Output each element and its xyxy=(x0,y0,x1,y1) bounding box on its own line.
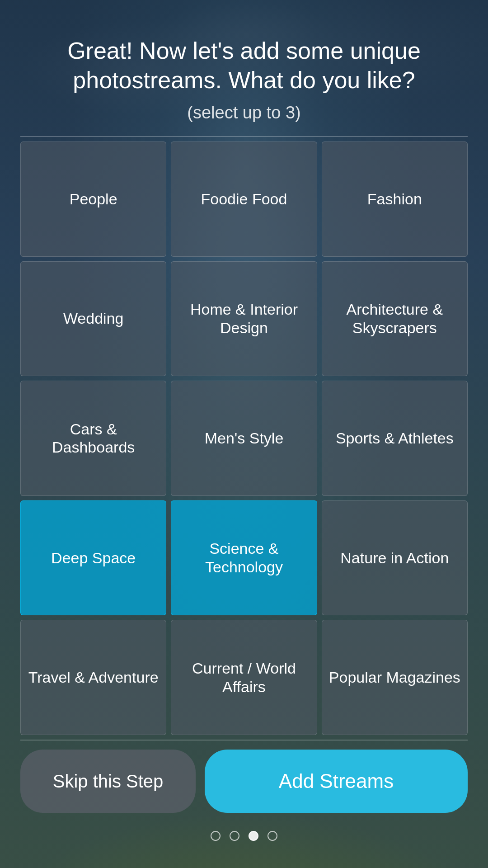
pagination-dot-2[interactable] xyxy=(249,831,258,841)
category-label-current-world-affairs: Current / World Affairs xyxy=(178,659,310,696)
category-label-sports-athletes: Sports & Athletes xyxy=(336,429,454,448)
category-cell-cars-dashboards[interactable]: Cars & Dashboards xyxy=(20,381,166,496)
category-label-science-technology: Science & Technology xyxy=(178,539,310,576)
category-cell-architecture-skyscrapers[interactable]: Architecture & Skyscrapers xyxy=(322,261,468,377)
category-label-wedding: Wedding xyxy=(63,309,124,328)
header-title: Great! Now let's add some unique photost… xyxy=(20,36,468,95)
category-label-architecture-skyscrapers: Architecture & Skyscrapers xyxy=(329,300,460,337)
category-cell-nature-in-action[interactable]: Nature in Action xyxy=(322,500,468,616)
category-label-mens-style: Men's Style xyxy=(205,429,284,448)
add-streams-button[interactable]: Add Streams xyxy=(205,750,468,813)
category-label-cars-dashboards: Cars & Dashboards xyxy=(28,420,159,457)
category-cell-current-world-affairs[interactable]: Current / World Affairs xyxy=(171,620,317,735)
category-label-home-interior: Home & Interior Design xyxy=(178,300,310,337)
action-row: Skip this Step Add Streams xyxy=(20,750,468,813)
category-cell-wedding[interactable]: Wedding xyxy=(20,261,166,377)
category-cell-home-interior[interactable]: Home & Interior Design xyxy=(171,261,317,377)
category-cell-popular-magazines[interactable]: Popular Magazines xyxy=(322,620,468,735)
category-cell-sports-athletes[interactable]: Sports & Athletes xyxy=(322,381,468,496)
category-cell-travel-adventure[interactable]: Travel & Adventure xyxy=(20,620,166,735)
skip-button[interactable]: Skip this Step xyxy=(20,750,196,813)
pagination-dot-0[interactable] xyxy=(211,831,221,841)
category-label-deep-space: Deep Space xyxy=(51,549,136,567)
pagination-dot-3[interactable] xyxy=(267,831,277,841)
category-grid: PeopleFoodie FoodFashionWeddingHome & In… xyxy=(20,137,468,740)
bottom-divider xyxy=(20,740,468,741)
category-label-foodie-food: Foodie Food xyxy=(201,190,287,208)
category-label-people: People xyxy=(70,190,117,208)
category-cell-foodie-food[interactable]: Foodie Food xyxy=(171,142,317,257)
pagination xyxy=(211,831,277,841)
category-cell-deep-space[interactable]: Deep Space xyxy=(20,500,166,616)
category-label-popular-magazines: Popular Magazines xyxy=(329,668,460,687)
category-cell-people[interactable]: People xyxy=(20,142,166,257)
pagination-dot-1[interactable] xyxy=(230,831,239,841)
category-cell-science-technology[interactable]: Science & Technology xyxy=(171,500,317,616)
category-cell-fashion[interactable]: Fashion xyxy=(322,142,468,257)
category-label-fashion: Fashion xyxy=(367,190,422,208)
header: Great! Now let's add some unique photost… xyxy=(20,36,468,123)
category-cell-mens-style[interactable]: Men's Style xyxy=(171,381,317,496)
header-subtitle: (select up to 3) xyxy=(20,103,468,123)
category-label-travel-adventure: Travel & Adventure xyxy=(28,668,159,687)
main-container: Great! Now let's add some unique photost… xyxy=(0,0,488,868)
category-label-nature-in-action: Nature in Action xyxy=(340,549,449,567)
